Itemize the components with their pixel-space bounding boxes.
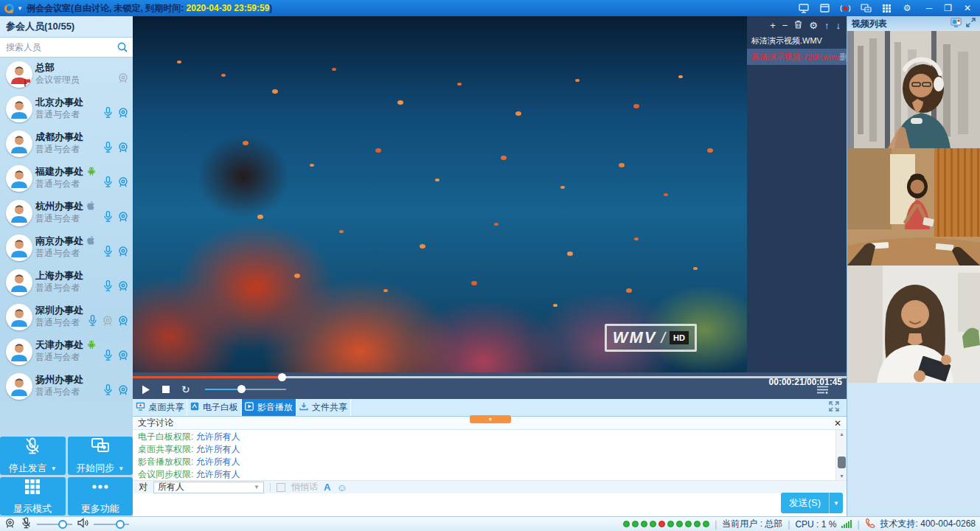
playlist-item[interactable]: 标清演示视频.WMV: [747, 32, 847, 49]
send-button[interactable]: 发送(S): [781, 493, 829, 513]
participant-row[interactable]: 南京办事处 普通与会者: [0, 231, 133, 266]
participant-row[interactable]: 成都办事处 普通与会者: [0, 127, 133, 162]
camera-off-icon[interactable]: [117, 72, 129, 87]
send-options-caret[interactable]: ▼: [829, 493, 843, 513]
chat-close-icon[interactable]: ✕: [834, 419, 841, 428]
minimize-button[interactable]: ─: [926, 4, 933, 13]
playlist-toggle-icon[interactable]: [817, 384, 828, 397]
font-style-button[interactable]: A: [324, 482, 330, 493]
camera-icon[interactable]: [117, 280, 129, 295]
camera-icon[interactable]: [117, 350, 129, 364]
search-icon[interactable]: [117, 41, 128, 56]
close-button[interactable]: ✕: [964, 4, 971, 13]
volume-knob[interactable]: [237, 385, 246, 393]
playlist-item-selected[interactable]: 高清演示视频-720P.wmv 删除: [747, 49, 847, 65]
participant-avatar: [6, 235, 32, 261]
camera-icon[interactable]: [117, 315, 129, 330]
start-sync-button[interactable]: 开始同步▼: [68, 437, 133, 475]
video-content[interactable]: WMV/HD: [133, 16, 747, 372]
participant-row[interactable]: 深圳办事处 普通与会者: [0, 300, 133, 335]
play-button[interactable]: [142, 385, 150, 395]
layout-grid-icon[interactable]: [881, 4, 892, 13]
maximize-button[interactable]: ❐: [944, 4, 952, 13]
mic-icon[interactable]: [102, 106, 114, 122]
mic-icon[interactable]: [102, 280, 114, 295]
stop-speaking-button[interactable]: 停止发言▼: [0, 437, 66, 475]
more-features-button[interactable]: 更多功能: [68, 477, 133, 516]
expand-panel-icon[interactable]: [966, 18, 976, 30]
scroll-thumb[interactable]: [838, 457, 846, 468]
tab-whiteboard[interactable]: 电子白板: [187, 399, 242, 416]
video-window-icon[interactable]: [951, 18, 962, 30]
mic-icon[interactable]: [102, 384, 114, 399]
mic-icon[interactable]: [102, 245, 114, 260]
chat-input-area[interactable]: 发送(S) ▼: [133, 493, 847, 516]
chat-collapse-handle[interactable]: ▼: [470, 415, 511, 423]
remove-file-icon[interactable]: −: [782, 21, 788, 30]
speaker-volume-slider[interactable]: [94, 520, 129, 529]
speaker-volume-knob[interactable]: [116, 520, 125, 529]
mic-muted-status-icon[interactable]: [21, 517, 32, 531]
cpu-usage-label: CPU : 1 %: [795, 519, 836, 530]
participant-list: 总部 会议管理员 北京办事处 普通与会者 成都办事处 普通与会者: [0, 58, 133, 404]
seek-knob[interactable]: [278, 373, 286, 381]
record-icon[interactable]: [840, 4, 851, 13]
recipient-select[interactable]: 所有人▼: [153, 482, 264, 493]
emoji-icon[interactable]: ☺: [336, 482, 347, 493]
settings-gear-icon[interactable]: ⚙: [902, 4, 913, 13]
whisper-checkbox[interactable]: [277, 483, 285, 492]
move-down-icon[interactable]: ↓: [836, 21, 841, 30]
chevron-down-icon: ▼: [254, 484, 260, 490]
mic-icon[interactable]: [102, 349, 114, 364]
mic-icon[interactable]: [102, 141, 114, 156]
camera-icon[interactable]: [117, 246, 129, 260]
tab-desktop-share[interactable]: 桌面共享: [133, 399, 187, 416]
participant-row[interactable]: 杭州办事处 普通与会者: [0, 196, 133, 231]
scroll-up-icon[interactable]: ▲: [836, 431, 847, 437]
tab-media-play[interactable]: 影音播放: [242, 399, 296, 416]
playlist-settings-icon[interactable]: ⚙: [809, 21, 818, 30]
camera-off-icon[interactable]: [102, 315, 114, 330]
participant-avatar: [6, 339, 32, 365]
replay-icon[interactable]: ↻: [181, 384, 190, 395]
webcam-status-icon[interactable]: [4, 518, 15, 531]
stop-button[interactable]: [162, 386, 170, 393]
mic-icon[interactable]: [102, 176, 114, 191]
camera-icon[interactable]: [117, 142, 129, 156]
mic-icon[interactable]: [87, 314, 98, 330]
participant-row[interactable]: 福建办事处 普通与会者: [0, 162, 133, 196]
tab-file-share[interactable]: 文件共享: [296, 399, 351, 416]
mic-icon[interactable]: [102, 210, 114, 226]
video-thumbnail[interactable]: [847, 31, 980, 148]
wmv-hd-watermark: WMV/HD: [605, 324, 697, 352]
participant-row[interactable]: 天津办事处 普通与会者: [0, 335, 133, 369]
sync-screens-icon[interactable]: [861, 4, 872, 13]
camera-icon[interactable]: [117, 211, 129, 226]
participant-row[interactable]: 北京办事处 普通与会者: [0, 92, 133, 127]
search-input[interactable]: [0, 38, 133, 57]
mic-volume-knob[interactable]: [58, 520, 67, 529]
seek-bar[interactable]: [133, 376, 847, 378]
player-volume-slider[interactable]: [205, 385, 286, 394]
add-file-icon[interactable]: +: [770, 21, 776, 30]
delete-item-button[interactable]: 删除: [840, 49, 847, 65]
trash-icon[interactable]: [794, 20, 802, 30]
camera-icon[interactable]: [117, 384, 129, 399]
participant-row[interactable]: 总部 会议管理员: [0, 58, 133, 92]
window-mode-icon[interactable]: [819, 4, 830, 13]
display-mode-button[interactable]: 显示模式: [0, 477, 66, 516]
scroll-down-icon[interactable]: ▼: [836, 473, 847, 479]
desktop-share-icon[interactable]: [799, 4, 810, 13]
move-up-icon[interactable]: ↑: [824, 21, 830, 30]
participant-row[interactable]: 扬州办事处 普通与会者: [0, 369, 133, 404]
camera-icon[interactable]: [117, 107, 129, 122]
mic-volume-slider[interactable]: [37, 520, 72, 529]
chevron-down-icon[interactable]: ▼: [17, 5, 23, 12]
speaker-icon[interactable]: [77, 518, 88, 530]
camera-icon[interactable]: [117, 176, 129, 191]
participant-row[interactable]: 上海办事处 普通与会者: [0, 266, 133, 300]
chat-scrollbar[interactable]: ▲ ▼: [835, 430, 847, 480]
video-thumbnail[interactable]: [847, 148, 980, 266]
fullscreen-expand-icon[interactable]: [829, 401, 839, 414]
video-thumbnail[interactable]: [847, 266, 980, 383]
